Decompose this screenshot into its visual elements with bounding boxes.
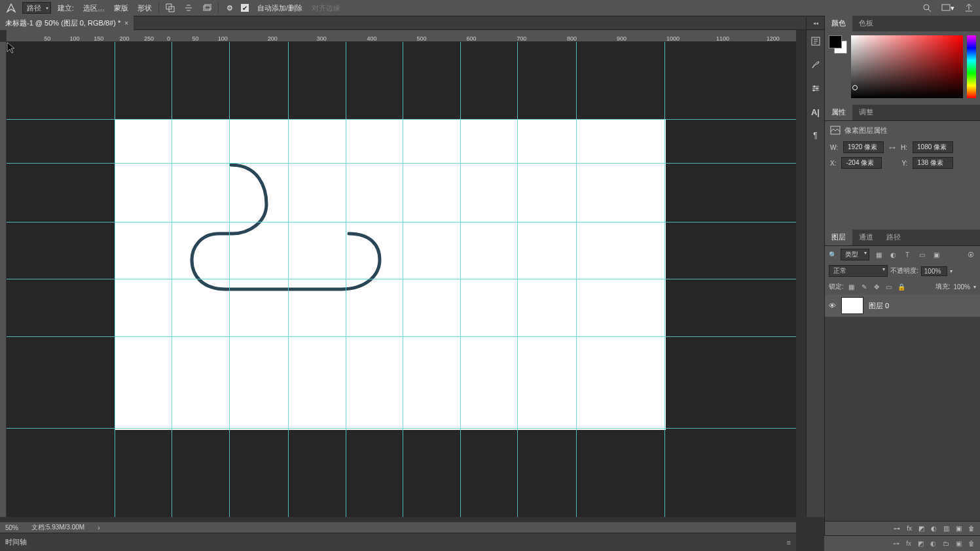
filter-toggle-icon[interactable]: ⦿: [966, 249, 976, 260]
character-icon[interactable]: A|: [808, 105, 823, 119]
screen-mode-icon[interactable]: ▾: [941, 1, 955, 14]
mask-icon[interactable]: ◩: [918, 540, 924, 547]
layer-filter-select[interactable]: 类型: [841, 249, 869, 260]
tab-layers[interactable]: 图层: [825, 230, 852, 245]
delete-icon[interactable]: 🗑: [968, 525, 975, 532]
align-edges-label: 对齐边缘: [309, 3, 343, 13]
layer-thumbnail[interactable]: [841, 297, 863, 314]
fill-label: 填充:: [935, 282, 951, 291]
fx-icon[interactable]: fx: [907, 525, 912, 532]
close-icon[interactable]: ×: [124, 20, 128, 27]
tab-swatches[interactable]: 色板: [852, 16, 880, 31]
color-panel-tabs: 颜色 色板: [825, 16, 980, 31]
filter-type-icon[interactable]: T: [902, 249, 913, 260]
pen-tool-icon[interactable]: [4, 1, 18, 14]
adjustment-icon[interactable]: ◐: [930, 540, 936, 547]
layer-item[interactable]: 👁 图层 0: [825, 294, 980, 317]
layer-name[interactable]: 图层 0: [869, 301, 889, 311]
status-bar: 50% 文档:5.93M/3.00M ›: [0, 522, 796, 533]
lock-all-icon[interactable]: 🔒: [897, 283, 906, 291]
filter-shape-icon[interactable]: ▭: [916, 249, 927, 260]
history-icon[interactable]: [808, 34, 823, 48]
height-field[interactable]: 1080 像素: [913, 141, 953, 153]
h-label: H:: [901, 144, 907, 151]
document-title: 未标题-1 @ 50% (图层 0, RGB/8#) *: [5, 18, 120, 28]
collapsed-panels-strip: A| ¶: [806, 30, 824, 517]
filter-adjust-icon[interactable]: ◐: [888, 249, 898, 260]
tab-properties[interactable]: 属性: [825, 105, 852, 120]
shape-button[interactable]: 形状: [135, 3, 154, 13]
path-ops-icon[interactable]: [163, 1, 177, 14]
color-picker[interactable]: [851, 35, 963, 98]
opacity-field[interactable]: 100%: [921, 266, 947, 276]
hue-slider[interactable]: [967, 35, 976, 98]
adjustment-layer-icon[interactable]: ◐: [931, 525, 937, 532]
fg-bg-swatch[interactable]: [829, 35, 847, 54]
selection-button[interactable]: 选区…: [81, 3, 107, 13]
panel-menu-icon[interactable]: ≡: [787, 539, 791, 546]
new-layer-icon[interactable]: ▣: [956, 525, 962, 532]
properties-title: 像素图层属性: [844, 126, 888, 135]
doc-info-more-icon[interactable]: ›: [98, 524, 100, 531]
tab-adjustments[interactable]: 调整: [852, 105, 880, 120]
fx-icon[interactable]: fx: [906, 540, 911, 547]
workspace: 5010015020025005010020030040050060070080…: [0, 30, 796, 517]
fill-field[interactable]: 100%: [953, 283, 970, 291]
paragraph-icon[interactable]: ¶: [808, 128, 823, 143]
link-icon[interactable]: ⊶: [889, 144, 896, 151]
right-panels: 颜色 色板 属性 调整 像素图层属性 W: 1920 像素 ⊶ H: 1080 …: [824, 16, 980, 535]
layers-tabs: 图层 通道 路径: [825, 230, 980, 245]
doc-info: 文档:5.93M/3.00M: [31, 523, 84, 532]
auto-add-delete-checkbox[interactable]: ✔: [241, 4, 249, 12]
tab-channels[interactable]: 通道: [852, 230, 880, 245]
document-tab[interactable]: 未标题-1 @ 50% (图层 0, RGB/8#) * ×: [0, 16, 134, 30]
x-label: X:: [830, 160, 836, 167]
blend-mode-select[interactable]: 正常: [829, 265, 888, 277]
lock-pixels-icon[interactable]: ▦: [847, 283, 856, 291]
folder-icon[interactable]: 🗀: [943, 540, 949, 547]
timeline-panel[interactable]: 时间轴 ≡: [0, 533, 796, 551]
new-icon[interactable]: ▣: [956, 540, 962, 547]
align-icon[interactable]: [181, 1, 196, 14]
mask-button[interactable]: 蒙版: [111, 3, 131, 13]
arrange-icon[interactable]: [200, 1, 214, 14]
svg-rect-5: [942, 5, 950, 10]
width-field[interactable]: 1920 像素: [843, 141, 884, 153]
trash-icon[interactable]: 🗑: [968, 540, 975, 547]
gear-icon[interactable]: ⚙: [223, 1, 237, 14]
share-icon[interactable]: [962, 1, 976, 14]
group-icon[interactable]: ▥: [943, 525, 949, 532]
x-field[interactable]: -204 像素: [841, 157, 882, 169]
timeline-label: 时间轴: [5, 537, 27, 547]
lock-artboard-icon[interactable]: ▭: [884, 283, 894, 291]
lock-brush-icon[interactable]: ✎: [860, 283, 869, 291]
build-label: 建立:: [55, 3, 77, 13]
filter-pixel-icon[interactable]: ▦: [873, 249, 884, 260]
artwork-path: [115, 119, 666, 430]
adjust-icon[interactable]: [808, 81, 823, 96]
panel-collapse-icon[interactable]: ◂◂: [806, 17, 824, 29]
y-field[interactable]: 138 像素: [913, 157, 953, 169]
tab-color[interactable]: 颜色: [825, 16, 852, 31]
svg-point-9: [812, 90, 814, 92]
zoom-level[interactable]: 50%: [5, 524, 18, 531]
filter-smart-icon[interactable]: ▣: [931, 249, 941, 260]
mask-icon[interactable]: ◩: [918, 525, 924, 532]
y-label: Y:: [901, 160, 907, 167]
lock-label: 锁定:: [829, 282, 844, 291]
lock-position-icon[interactable]: ✥: [872, 283, 881, 291]
ruler-horizontal: 5010015020025005010020030040050060070080…: [7, 30, 796, 42]
link-icon[interactable]: ⊶: [893, 540, 899, 547]
opacity-label: 不透明度:: [890, 266, 918, 276]
visibility-icon[interactable]: 👁: [829, 302, 836, 310]
search-icon[interactable]: [920, 1, 934, 14]
brush-icon[interactable]: [808, 58, 823, 72]
tool-mode-select[interactable]: 路径: [22, 2, 51, 14]
tab-paths[interactable]: 路径: [880, 230, 907, 245]
canvas-viewport[interactable]: ×: [7, 42, 796, 517]
canvas[interactable]: [115, 119, 666, 430]
link-layers-icon[interactable]: ⊶: [894, 525, 900, 532]
w-label: W:: [830, 144, 838, 151]
filter-search-icon: 🔍: [829, 251, 837, 258]
svg-point-4: [924, 5, 929, 10]
